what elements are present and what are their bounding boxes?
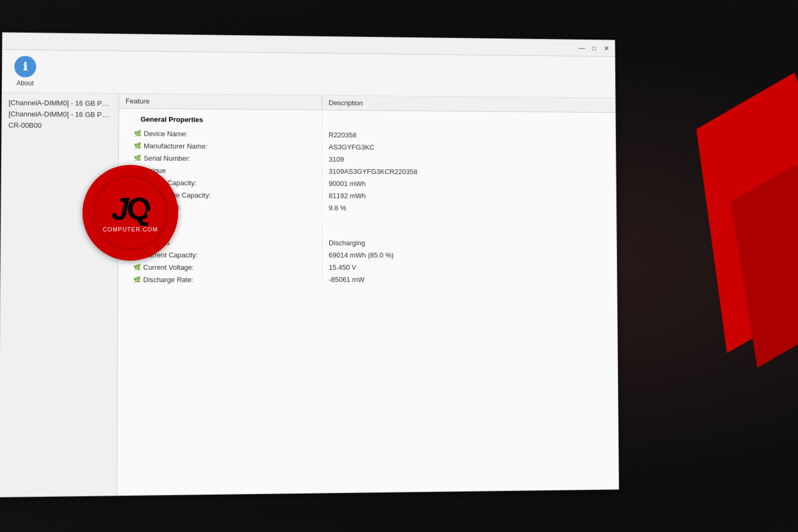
about-label: About bbox=[16, 79, 34, 87]
leaf-icon: 🌿 bbox=[134, 264, 141, 271]
minimize-button[interactable]: — bbox=[578, 44, 586, 52]
about-toolbar-item[interactable]: ℹ About bbox=[7, 53, 43, 89]
watermark-logo: JQ COMPUTER.com bbox=[82, 165, 178, 261]
manufacturer-label: Manufacturer Name: bbox=[144, 142, 207, 151]
tree-item[interactable]: [ChannelA-DIMM0] - 16 GB PC5-3840 bbox=[2, 97, 119, 109]
full-charge-value: 81192 mWh bbox=[322, 190, 616, 202]
serial-value: 3109 bbox=[322, 154, 616, 166]
toolbar: ℹ About bbox=[2, 50, 615, 98]
maximize-button[interactable]: □ bbox=[590, 44, 598, 52]
window-controls: — □ ✕ bbox=[578, 44, 611, 52]
current-voltage-row: 🌿 Current Voltage: 15.450 V bbox=[118, 261, 617, 273]
current-section-header-row: Cu bbox=[119, 220, 617, 237]
unique-value: 3109AS3GYFG3KCR220358 bbox=[322, 167, 616, 178]
watermark-brand: JQ bbox=[111, 193, 149, 225]
watermark-inner: JQ COMPUTER.com bbox=[93, 176, 168, 250]
discharge-rate-row: 🌿 Discharge Rate: -85061 mW bbox=[118, 273, 617, 286]
tree-item[interactable]: [ChannelA-DIMM0] - 16 GB PC5-3840 bbox=[2, 108, 119, 120]
wear-level-value: 9.8 % bbox=[322, 203, 616, 213]
leaf-icon: 🌿 bbox=[134, 276, 141, 283]
current-capacity-value: 69014 mWh (85.0 %) bbox=[322, 250, 617, 260]
leaf-icon: 🌿 bbox=[134, 130, 142, 137]
wear-level-row: 🌿 Wear Level: 9.8 % bbox=[119, 201, 616, 215]
detail-body: General Properties 🌿 Device Name: R22035… bbox=[117, 109, 619, 495]
discharge-rate-value: -85061 mW bbox=[322, 275, 617, 285]
power-status-value: Discharging bbox=[322, 238, 617, 248]
device-name-label: Device Name: bbox=[144, 130, 188, 138]
right-panel: Feature Description General Properties 🌿… bbox=[117, 94, 619, 495]
watermark-tagline: COMPUTER.com bbox=[103, 226, 158, 232]
app-window: — □ ✕ ℹ About [ChannelA-DIMM0] - 16 GB P… bbox=[0, 32, 619, 497]
discharge-rate-label: Discharge Rate: bbox=[143, 276, 194, 284]
manufacturer-value: AS3GYFG3KC bbox=[322, 142, 616, 154]
full-charge-row: 🌿 Full Charge Capacity: 81192 mWh bbox=[119, 189, 616, 203]
serial-label: Serial Number: bbox=[144, 154, 190, 163]
general-properties-header: General Properties bbox=[134, 113, 210, 126]
current-voltage-label: Current Voltage: bbox=[143, 263, 194, 271]
watermark-dot bbox=[147, 210, 154, 218]
device-name-value: R220358 bbox=[322, 130, 616, 142]
leaf-icon: 🌿 bbox=[134, 143, 142, 149]
tree-item[interactable]: CR-00B00 bbox=[2, 120, 118, 132]
design-capacity-value: 90001 mWh bbox=[322, 178, 616, 189]
power-status-row: 🌿 Power S Discharging bbox=[118, 237, 616, 250]
about-icon: ℹ bbox=[14, 55, 36, 77]
close-button[interactable]: ✕ bbox=[602, 44, 611, 53]
feature-column-header: Feature bbox=[119, 94, 322, 110]
description-column-header: Description bbox=[322, 96, 616, 112]
leaf-icon: 🌿 bbox=[134, 155, 142, 162]
left-panel: [ChannelA-DIMM0] - 16 GB PC5-3840 [Chann… bbox=[0, 93, 119, 497]
main-content: [ChannelA-DIMM0] - 16 GB PC5-3840 [Chann… bbox=[0, 93, 619, 497]
current-capacity-row: 🌿 Current Capacity: 69014 mWh (85.0 %) bbox=[118, 249, 617, 261]
current-voltage-value: 15.450 V bbox=[322, 262, 617, 272]
asus-decoration bbox=[612, 0, 798, 532]
